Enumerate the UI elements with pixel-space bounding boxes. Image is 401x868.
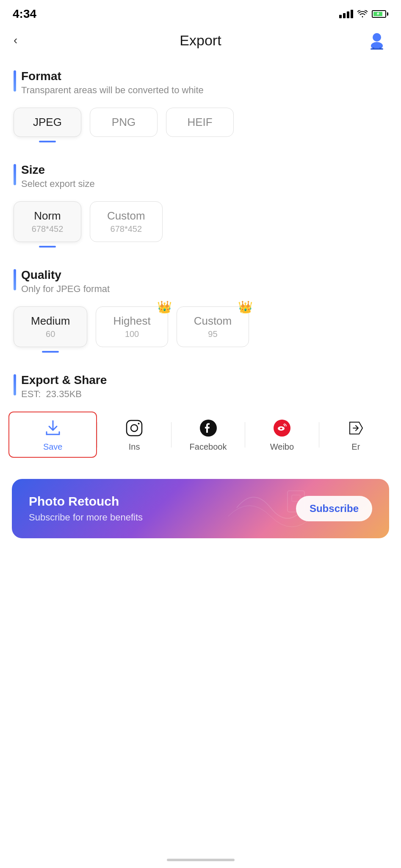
banner-subtitle: Subscribe for more benefits: [29, 512, 143, 523]
svg-point-6: [131, 425, 138, 431]
banner-text: Photo Retouch Subscribe for more benefit…: [29, 494, 143, 523]
size-subtitle: Select export size: [21, 178, 95, 189]
svg-point-4: [379, 47, 381, 49]
back-button[interactable]: ‹: [14, 33, 35, 47]
size-norm-button[interactable]: Norm 678*452: [14, 201, 81, 242]
facebook-icon: [198, 417, 219, 439]
save-button[interactable]: Save: [8, 412, 97, 458]
crown-icon-custom: 👑: [238, 300, 253, 314]
photo-retouch-banner: Photo Retouch Subscribe for more benefit…: [12, 479, 389, 538]
page-title: Export: [180, 32, 221, 49]
weibo-button[interactable]: Weibo: [245, 417, 318, 452]
more-label: Er: [351, 442, 360, 452]
instagram-icon: [124, 417, 145, 439]
format-subtitle: Transparent areas will be converted to w…: [21, 85, 204, 96]
home-indicator: [167, 859, 235, 861]
status-icons: [339, 10, 388, 18]
banner-decoration: [228, 482, 313, 535]
quality-options: Medium 60 👑 Highest 100 👑 Custom 95: [0, 298, 401, 351]
format-png-button[interactable]: PNG: [90, 108, 158, 137]
svg-rect-2: [371, 48, 383, 50]
instagram-button[interactable]: Ins: [97, 417, 171, 452]
quality-custom-button[interactable]: 👑 Custom 95: [177, 306, 249, 347]
weibo-icon: [271, 417, 293, 439]
format-options: JPEG PNG HEIF: [0, 99, 401, 141]
section-indicator-quality: [14, 269, 16, 290]
export-share-section: Export & Share EST: 23.35KB: [0, 363, 401, 400]
banner-title: Photo Retouch: [29, 494, 143, 509]
format-section: Format Transparent areas will be convert…: [0, 59, 401, 96]
facebook-label: Facebook: [190, 442, 227, 452]
export-share-title: Export & Share: [21, 373, 107, 387]
section-indicator-size: [14, 164, 16, 185]
share-row: Save Ins Facebook: [0, 403, 401, 466]
battery-icon: [372, 10, 388, 18]
crown-icon-highest: 👑: [157, 300, 172, 314]
status-bar: 4:34: [0, 0, 401, 25]
header: ‹ Export: [0, 25, 401, 59]
facebook-button[interactable]: Facebook: [171, 417, 245, 452]
format-heif-button[interactable]: HEIF: [166, 108, 234, 137]
weibo-label: Weibo: [270, 442, 294, 452]
svg-rect-11: [292, 495, 300, 501]
section-indicator: [14, 70, 16, 92]
svg-point-7: [138, 423, 140, 425]
user-avatar-icon[interactable]: [366, 30, 387, 51]
quality-medium-button[interactable]: Medium 60: [14, 306, 87, 347]
save-label: Save: [43, 442, 63, 452]
format-title: Format: [21, 70, 204, 83]
section-indicator-export: [14, 374, 16, 395]
svg-point-0: [373, 33, 381, 42]
export-share-est: EST: 23.35KB: [21, 389, 107, 400]
quality-title: Quality: [21, 268, 110, 282]
format-jpeg-button[interactable]: JPEG: [14, 108, 81, 137]
size-options: Norm 678*452 Custom 678*452: [0, 193, 401, 246]
quality-highest-button[interactable]: 👑 Highest 100: [96, 306, 168, 347]
status-time: 4:34: [13, 7, 36, 21]
svg-rect-5: [127, 420, 142, 436]
signal-icon: [339, 10, 353, 18]
instagram-label: Ins: [129, 442, 140, 452]
size-title: Size: [21, 163, 95, 177]
size-section: Size Select export size: [0, 153, 401, 189]
quality-subtitle: Only for JPEG format: [21, 284, 110, 295]
size-custom-button[interactable]: Custom 678*452: [90, 201, 163, 242]
more-button[interactable]: Er: [319, 417, 393, 452]
wifi-icon: [357, 10, 368, 18]
quality-section: Quality Only for JPEG format: [0, 258, 401, 295]
save-icon: [42, 417, 64, 439]
svg-point-3: [373, 47, 374, 49]
more-icon: [345, 417, 366, 439]
